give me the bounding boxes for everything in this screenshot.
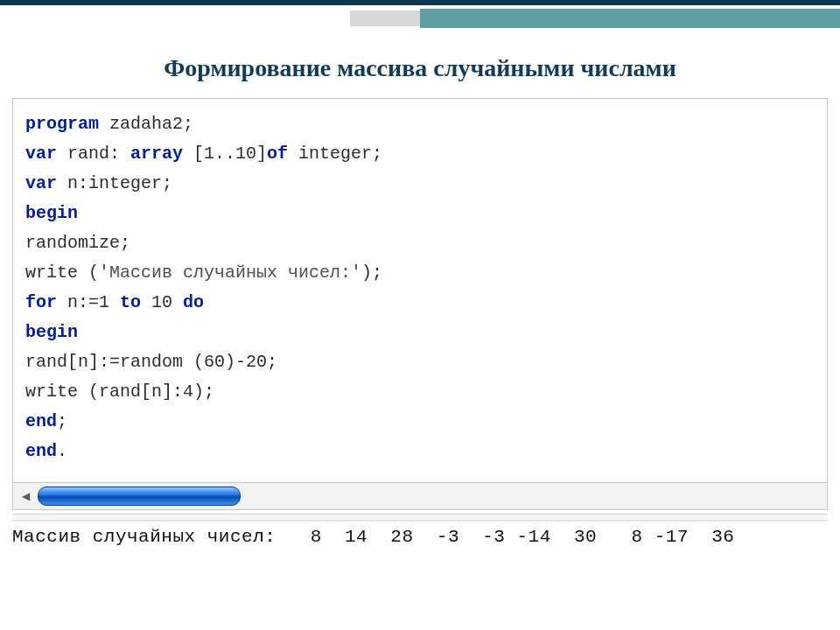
code-text: randomize; — [25, 233, 130, 253]
code-text: zadaha2; — [99, 114, 193, 134]
keyword-var: var — [25, 173, 57, 193]
code-text: integer; — [288, 144, 382, 164]
keyword-of: of — [267, 144, 288, 164]
scrollbar-thumb[interactable] — [38, 486, 241, 506]
program-output: Массив случайных чисел: 8 14 28 -3 -3 -1… — [12, 527, 828, 547]
code-content[interactable]: program zadaha2; var rand: array [1..10]… — [13, 99, 827, 482]
decorative-strip — [350, 10, 420, 26]
page-title: Формирование массива случайными числами — [0, 54, 840, 82]
code-text: ); — [361, 262, 382, 283]
keyword-begin: begin — [25, 203, 78, 223]
string-literal: 'Массив случайных чисел:' — [99, 262, 361, 283]
keyword-do: do — [183, 292, 204, 312]
code-text: write ( — [25, 262, 99, 283]
keyword-end: end — [25, 441, 57, 461]
scroll-left-icon[interactable]: ◀ — [18, 489, 32, 503]
code-editor: program zadaha2; var rand: array [1..10]… — [12, 98, 828, 510]
code-text: ; — [57, 411, 67, 431]
pane-divider[interactable] — [12, 514, 828, 522]
keyword-array: array — [130, 144, 183, 164]
code-text: rand[n]:=random (60)-20; — [25, 352, 277, 372]
code-text: n:=1 — [57, 292, 120, 312]
code-text: n:integer; — [57, 173, 172, 193]
code-text: . — [57, 441, 67, 461]
horizontal-scrollbar[interactable]: ◀ — [13, 482, 827, 509]
code-text: [1..10] — [183, 144, 267, 164]
keyword-var: var — [25, 144, 57, 164]
decorative-top-bar — [0, 0, 840, 32]
keyword-to: to — [120, 292, 141, 312]
keyword-begin: begin — [25, 322, 78, 342]
code-text: 10 — [141, 292, 183, 312]
keyword-for: for — [25, 292, 57, 312]
code-text: rand: — [57, 144, 130, 164]
code-text: write (rand[n]:4); — [25, 382, 214, 402]
keyword-program: program — [25, 114, 99, 134]
keyword-end: end — [25, 411, 57, 431]
